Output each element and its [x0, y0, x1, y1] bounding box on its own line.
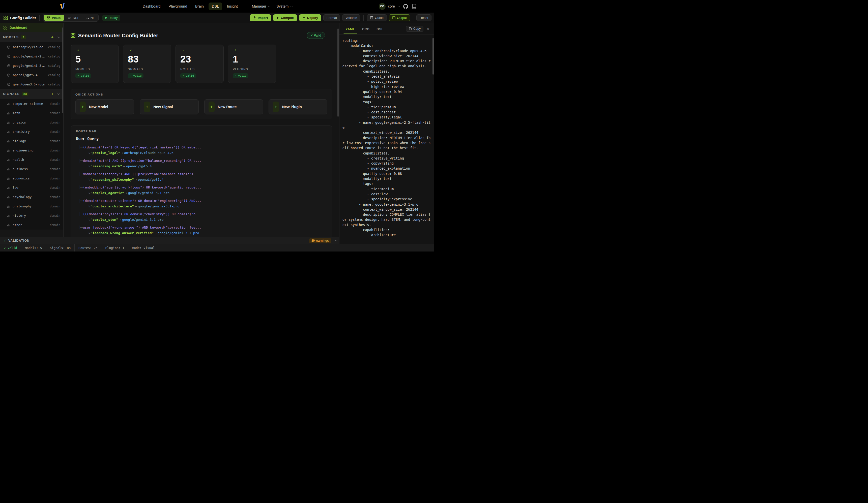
signal-list-item[interactable]: history domain: [0, 211, 63, 220]
mode-dsl-button[interactable]: DSL: [65, 15, 82, 21]
tab-yaml[interactable]: YAML: [342, 24, 358, 34]
nav-menu-manager-label: Manager: [252, 4, 266, 8]
nav-item-dsl[interactable]: DSL: [208, 2, 222, 10]
reset-label: Reset: [420, 16, 428, 20]
stat-card-routes[interactable]: 23 ROUTES ✓ valid: [176, 45, 224, 83]
stat-card-signals[interactable]: 83 SIGNALS ✓ valid: [123, 45, 171, 83]
signal-list-item[interactable]: economics domain: [0, 174, 63, 183]
route-model: google/gemini-3.1-pro: [122, 218, 163, 221]
add-model-button[interactable]: +: [51, 35, 53, 40]
stat-valid-badge: ✓ valid: [180, 73, 196, 78]
output-toggle-button[interactable]: Output: [389, 14, 410, 21]
import-label: Import: [258, 16, 268, 20]
tab-dsl[interactable]: DSL: [373, 24, 386, 34]
github-icon[interactable]: [403, 4, 408, 9]
signals-count-badge: 83: [22, 92, 29, 96]
deploy-icon: [302, 16, 306, 19]
nav-item-playground[interactable]: Playground: [165, 2, 190, 10]
guide-button[interactable]: Guide: [367, 14, 387, 21]
signal-list-item[interactable]: computer science domain: [0, 99, 63, 108]
device-icon[interactable]: [412, 4, 416, 9]
grid-icon: [3, 26, 7, 30]
mode-nl-button[interactable]: NL: [83, 15, 98, 21]
add-signal-button[interactable]: +: [51, 92, 53, 96]
signal-list-item[interactable]: business domain: [0, 164, 63, 174]
tab-crd[interactable]: CRD: [359, 24, 373, 34]
route-condition: domain("math") AND ((projection("balance…: [80, 158, 327, 164]
model-list-item[interactable]: openai/gpt5.4 catalog: [0, 70, 63, 80]
signal-list-item[interactable]: law domain: [0, 183, 63, 192]
nav-item-brain[interactable]: Brain: [192, 2, 207, 10]
mode-visual-button[interactable]: Visual: [44, 15, 64, 21]
lines-icon: [68, 17, 71, 19]
signal-list-item[interactable]: psychology domain: [0, 192, 63, 202]
mode-nl-label: NL: [91, 16, 95, 20]
signal-list-item[interactable]: chemistry domain: [0, 127, 63, 136]
chevron-down-icon[interactable]: [397, 5, 400, 7]
quick-action-button[interactable]: + New Plugin: [269, 99, 327, 114]
model-list-item[interactable]: google/gemini-2.… catalog: [0, 52, 63, 61]
nav-menu-manager[interactable]: Manager: [249, 2, 272, 10]
arrow-right-icon: →: [122, 164, 126, 168]
signal-list-item[interactable]: health domain: [0, 155, 63, 164]
quick-action-button[interactable]: + New Signal: [140, 99, 198, 114]
quick-actions-title: QUICK ACTIONS: [75, 93, 327, 96]
signal-list-item[interactable]: other domain: [0, 220, 63, 230]
route-node[interactable]: user_feedback("wrong_answer") AND keywor…: [80, 225, 327, 235]
route-node[interactable]: ((domain("law") OR keyword("legal_risk_m…: [80, 145, 327, 156]
user-name[interactable]: core: [388, 4, 395, 8]
compile-button[interactable]: Compile: [273, 14, 297, 21]
model-list-item[interactable]: anthropic/claude… catalog: [0, 42, 63, 52]
validate-button[interactable]: Validate: [342, 14, 360, 21]
signal-list-item[interactable]: math domain: [0, 108, 63, 118]
models-section-header[interactable]: MODELS 5 +: [0, 32, 63, 42]
chevron-down-icon[interactable]: [58, 92, 60, 95]
signal-list-item[interactable]: biology domain: [0, 136, 63, 146]
import-button[interactable]: Import: [250, 14, 271, 21]
toolbar-divider: [413, 15, 413, 21]
nav-item-insight[interactable]: Insight: [224, 2, 241, 10]
signal-list-item[interactable]: philosophy domain: [0, 202, 63, 211]
chevron-down-icon[interactable]: [335, 239, 338, 241]
model-list-item[interactable]: google/gemini-3.… catalog: [0, 61, 63, 70]
validation-bar[interactable]: ✓ VALIDATION 89 warnings: [0, 237, 339, 244]
route-node[interactable]: (domain("computer science") OR domain("e…: [80, 198, 327, 209]
bars-icon: [7, 205, 10, 208]
avatar[interactable]: CO: [379, 3, 385, 10]
signal-list-item[interactable]: physics domain: [0, 118, 63, 127]
quick-action-button[interactable]: + New Model: [75, 99, 134, 114]
quick-action-label: New Plugin: [282, 105, 302, 109]
brand-logo-icon[interactable]: [60, 3, 65, 10]
model-list-item[interactable]: qwen/qwen3.5-rocm catalog: [0, 80, 63, 89]
copy-button[interactable]: Copy: [406, 26, 423, 32]
nav-menu-system[interactable]: System: [274, 2, 294, 10]
route-node[interactable]: domain("math") AND ((projection("balance…: [80, 158, 327, 169]
signals-section-header[interactable]: SIGNALS 83 +: [0, 89, 63, 99]
route-map-root-node: User Query: [76, 137, 327, 141]
nav-item-dashboard[interactable]: Dashboard: [140, 2, 164, 10]
route-node[interactable]: (embedding("agentic_workflows") OR keywo…: [80, 185, 327, 196]
route-condition: domain("philosophy") AND (((projection("…: [80, 171, 327, 177]
reset-button[interactable]: Reset: [416, 14, 432, 21]
sidebar-item-dashboard[interactable]: Dashboard: [0, 23, 63, 32]
quick-action-button[interactable]: + New Route: [204, 99, 263, 114]
route-node[interactable]: (((domain("physics") OR domain("chemistr…: [80, 211, 327, 222]
main-scrollbar[interactable]: [338, 29, 339, 117]
stat-card-plugins[interactable]: 1 PLUGINS ✓ valid: [228, 45, 276, 83]
route-node[interactable]: domain("philosophy") AND (((projection("…: [80, 171, 327, 182]
sidebar-scrollbar[interactable]: [62, 28, 63, 113]
stat-value: 5: [75, 54, 114, 64]
format-button[interactable]: Format: [323, 14, 340, 21]
output-scrollbar[interactable]: [433, 38, 434, 75]
status-bar: ✓ Valid Models: 5 Signals: 83 Routes: 23…: [0, 244, 434, 251]
close-icon[interactable]: ✕: [424, 26, 432, 32]
route-name: "premium_legal": [91, 151, 120, 155]
stat-card-models[interactable]: 5 MODELS ✓ valid: [71, 45, 119, 83]
signal-list-item[interactable]: engineering domain: [0, 146, 63, 155]
quick-action-label: New Signal: [153, 105, 173, 109]
yaml-output[interactable]: routing: modelCards: - name: anthropic/c…: [339, 35, 434, 244]
deploy-button[interactable]: Deploy: [299, 14, 321, 21]
chevron-down-icon[interactable]: [58, 35, 60, 38]
mode-visual-label: Visual: [52, 16, 61, 20]
model-tag: catalog: [48, 73, 60, 77]
